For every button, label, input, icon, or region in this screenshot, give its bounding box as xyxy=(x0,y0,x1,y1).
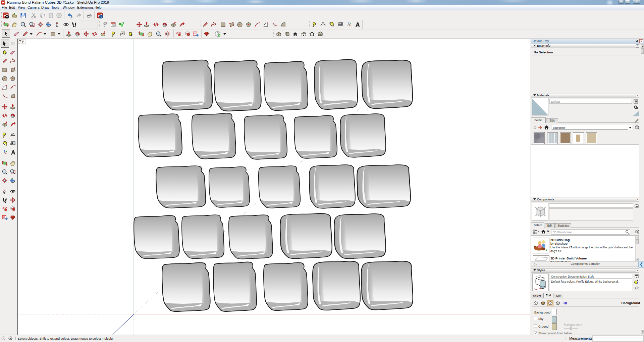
svg-text:D: D xyxy=(546,249,547,251)
svg-text:?: ? xyxy=(3,337,4,340)
